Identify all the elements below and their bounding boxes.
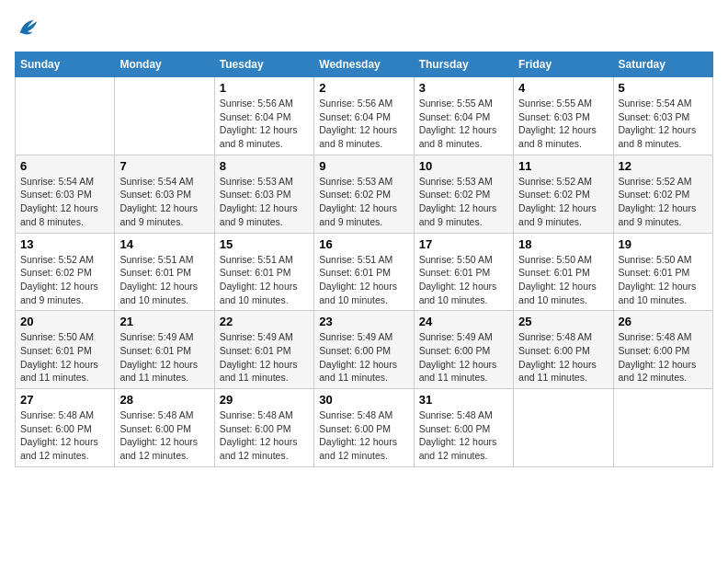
day-number: 14 — [119, 237, 209, 251]
day-number: 23 — [319, 315, 408, 328]
calendar-cell: 16 Sunrise: 5:51 AM Sunset: 6:01 PM Dayl… — [314, 233, 414, 311]
calendar-cell: 19 Sunrise: 5:50 AM Sunset: 6:01 PM Dayl… — [613, 233, 712, 311]
calendar-cell: 2 Sunrise: 5:56 AM Sunset: 6:04 PM Dayli… — [314, 77, 414, 155]
calendar-table: SundayMondayTuesdayWednesdayThursdayFrid… — [15, 52, 713, 467]
calendar-cell: 4 Sunrise: 5:55 AM Sunset: 6:03 PM Dayli… — [514, 77, 613, 155]
day-of-week-header: Thursday — [414, 52, 513, 77]
calendar-cell: 9 Sunrise: 5:53 AM Sunset: 6:02 PM Dayli… — [314, 155, 414, 233]
calendar-cell — [613, 389, 712, 467]
day-number: 8 — [220, 159, 309, 173]
day-info: Sunrise: 5:48 AM Sunset: 6:00 PM Dayligh… — [220, 408, 309, 463]
day-number: 4 — [518, 81, 608, 95]
day-info: Sunrise: 5:50 AM Sunset: 6:01 PM Dayligh… — [518, 253, 608, 307]
day-number: 6 — [20, 159, 109, 173]
calendar-cell: 22 Sunrise: 5:49 AM Sunset: 6:01 PM Dayl… — [214, 311, 313, 389]
days-header-row: SundayMondayTuesdayWednesdayThursdayFrid… — [16, 52, 713, 77]
day-info: Sunrise: 5:48 AM Sunset: 6:00 PM Dayligh… — [419, 408, 508, 463]
day-number: 24 — [419, 315, 508, 328]
calendar-cell: 26 Sunrise: 5:48 AM Sunset: 6:00 PM Dayl… — [613, 311, 712, 389]
day-info: Sunrise: 5:51 AM Sunset: 6:01 PM Dayligh… — [220, 253, 309, 307]
day-number: 16 — [319, 237, 408, 251]
day-number: 27 — [20, 393, 109, 407]
day-of-week-header: Tuesday — [214, 52, 313, 77]
calendar-cell: 17 Sunrise: 5:50 AM Sunset: 6:01 PM Dayl… — [414, 233, 513, 311]
calendar-cell: 12 Sunrise: 5:52 AM Sunset: 6:02 PM Dayl… — [613, 155, 712, 233]
day-number: 18 — [518, 237, 608, 251]
calendar-cell — [514, 389, 613, 467]
calendar-cell: 23 Sunrise: 5:49 AM Sunset: 6:00 PM Dayl… — [314, 311, 414, 389]
day-info: Sunrise: 5:55 AM Sunset: 6:04 PM Dayligh… — [419, 97, 508, 151]
day-number: 26 — [619, 315, 708, 328]
calendar-cell: 11 Sunrise: 5:52 AM Sunset: 6:02 PM Dayl… — [514, 155, 613, 233]
day-number: 7 — [119, 159, 209, 173]
calendar-cell: 18 Sunrise: 5:50 AM Sunset: 6:01 PM Dayl… — [514, 233, 613, 311]
day-info: Sunrise: 5:54 AM Sunset: 6:03 PM Dayligh… — [20, 175, 109, 229]
day-number: 3 — [419, 81, 508, 95]
day-number: 1 — [220, 81, 309, 95]
day-info: Sunrise: 5:56 AM Sunset: 6:04 PM Dayligh… — [220, 97, 309, 151]
calendar-cell: 27 Sunrise: 5:48 AM Sunset: 6:00 PM Dayl… — [16, 389, 115, 467]
day-of-week-header: Saturday — [613, 52, 712, 77]
day-info: Sunrise: 5:51 AM Sunset: 6:01 PM Dayligh… — [119, 253, 209, 307]
day-info: Sunrise: 5:52 AM Sunset: 6:02 PM Dayligh… — [518, 175, 608, 229]
day-number: 13 — [20, 237, 109, 251]
calendar-cell: 10 Sunrise: 5:53 AM Sunset: 6:02 PM Dayl… — [414, 155, 513, 233]
calendar-cell — [16, 77, 115, 155]
day-info: Sunrise: 5:48 AM Sunset: 6:00 PM Dayligh… — [119, 408, 209, 463]
calendar-cell: 14 Sunrise: 5:51 AM Sunset: 6:01 PM Dayl… — [115, 233, 214, 311]
day-number: 2 — [319, 81, 408, 95]
day-info: Sunrise: 5:52 AM Sunset: 6:02 PM Dayligh… — [20, 253, 109, 307]
day-of-week-header: Wednesday — [314, 52, 414, 77]
day-info: Sunrise: 5:53 AM Sunset: 6:02 PM Dayligh… — [419, 175, 508, 229]
day-info: Sunrise: 5:48 AM Sunset: 6:00 PM Dayligh… — [319, 408, 408, 463]
calendar-cell: 29 Sunrise: 5:48 AM Sunset: 6:00 PM Dayl… — [214, 389, 313, 467]
day-number: 21 — [119, 315, 209, 328]
calendar-cell: 1 Sunrise: 5:56 AM Sunset: 6:04 PM Dayli… — [214, 77, 313, 155]
day-number: 19 — [619, 237, 708, 251]
day-of-week-header: Sunday — [16, 52, 115, 77]
calendar-cell — [115, 77, 214, 155]
logo — [15, 15, 44, 40]
day-number: 30 — [319, 393, 408, 407]
calendar-body: 1 Sunrise: 5:56 AM Sunset: 6:04 PM Dayli… — [16, 77, 713, 467]
day-info: Sunrise: 5:51 AM Sunset: 6:01 PM Dayligh… — [319, 253, 408, 307]
calendar-cell: 13 Sunrise: 5:52 AM Sunset: 6:02 PM Dayl… — [16, 233, 115, 311]
day-number: 29 — [220, 393, 309, 407]
page-header — [15, 15, 713, 40]
calendar-cell: 20 Sunrise: 5:50 AM Sunset: 6:01 PM Dayl… — [16, 311, 115, 389]
calendar-cell: 24 Sunrise: 5:49 AM Sunset: 6:00 PM Dayl… — [414, 311, 513, 389]
logo-bird-icon — [15, 15, 40, 40]
day-number: 20 — [20, 315, 109, 328]
calendar-cell: 31 Sunrise: 5:48 AM Sunset: 6:00 PM Dayl… — [414, 389, 513, 467]
day-info: Sunrise: 5:53 AM Sunset: 6:02 PM Dayligh… — [319, 175, 408, 229]
calendar-cell: 30 Sunrise: 5:48 AM Sunset: 6:00 PM Dayl… — [314, 389, 414, 467]
day-info: Sunrise: 5:50 AM Sunset: 6:01 PM Dayligh… — [20, 330, 109, 385]
calendar-week-row: 6 Sunrise: 5:54 AM Sunset: 6:03 PM Dayli… — [16, 155, 713, 233]
day-info: Sunrise: 5:54 AM Sunset: 6:03 PM Dayligh… — [119, 175, 209, 229]
day-info: Sunrise: 5:48 AM Sunset: 6:00 PM Dayligh… — [619, 330, 708, 385]
day-number: 25 — [518, 315, 608, 328]
day-info: Sunrise: 5:50 AM Sunset: 6:01 PM Dayligh… — [419, 253, 508, 307]
day-info: Sunrise: 5:49 AM Sunset: 6:00 PM Dayligh… — [419, 330, 508, 385]
calendar-week-row: 20 Sunrise: 5:50 AM Sunset: 6:01 PM Dayl… — [16, 311, 713, 389]
calendar-cell: 8 Sunrise: 5:53 AM Sunset: 6:03 PM Dayli… — [214, 155, 313, 233]
day-info: Sunrise: 5:49 AM Sunset: 6:01 PM Dayligh… — [220, 330, 309, 385]
day-of-week-header: Monday — [115, 52, 214, 77]
day-info: Sunrise: 5:52 AM Sunset: 6:02 PM Dayligh… — [619, 175, 708, 229]
day-number: 22 — [220, 315, 309, 328]
day-info: Sunrise: 5:49 AM Sunset: 6:01 PM Dayligh… — [119, 330, 209, 385]
calendar-cell: 7 Sunrise: 5:54 AM Sunset: 6:03 PM Dayli… — [115, 155, 214, 233]
calendar-cell: 25 Sunrise: 5:48 AM Sunset: 6:00 PM Dayl… — [514, 311, 613, 389]
day-info: Sunrise: 5:55 AM Sunset: 6:03 PM Dayligh… — [518, 97, 608, 151]
calendar-cell: 6 Sunrise: 5:54 AM Sunset: 6:03 PM Dayli… — [16, 155, 115, 233]
calendar-cell: 21 Sunrise: 5:49 AM Sunset: 6:01 PM Dayl… — [115, 311, 214, 389]
calendar-cell: 5 Sunrise: 5:54 AM Sunset: 6:03 PM Dayli… — [613, 77, 712, 155]
calendar-cell: 15 Sunrise: 5:51 AM Sunset: 6:01 PM Dayl… — [214, 233, 313, 311]
day-info: Sunrise: 5:53 AM Sunset: 6:03 PM Dayligh… — [220, 175, 309, 229]
day-info: Sunrise: 5:48 AM Sunset: 6:00 PM Dayligh… — [20, 408, 109, 463]
day-number: 5 — [619, 81, 708, 95]
day-info: Sunrise: 5:50 AM Sunset: 6:01 PM Dayligh… — [619, 253, 708, 307]
calendar-header: SundayMondayTuesdayWednesdayThursdayFrid… — [16, 52, 713, 77]
day-info: Sunrise: 5:48 AM Sunset: 6:00 PM Dayligh… — [518, 330, 608, 385]
calendar-week-row: 13 Sunrise: 5:52 AM Sunset: 6:02 PM Dayl… — [16, 233, 713, 311]
